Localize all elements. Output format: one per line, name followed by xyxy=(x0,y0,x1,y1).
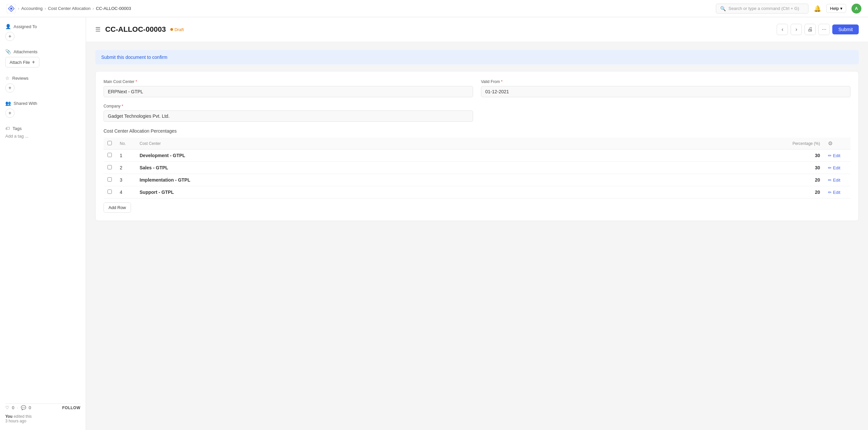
help-button[interactable]: Help ▾ xyxy=(826,4,846,13)
main-cost-center-input[interactable] xyxy=(103,86,473,97)
reviews-section: ☆ Reviews + xyxy=(5,75,81,93)
search-bar[interactable]: 🔍 Search or type a command (Ctrl + G) xyxy=(716,4,808,13)
doc-header: ☰ CC-ALLOC-00003 Draft ‹ › 🖨 ··· Submit xyxy=(86,17,868,42)
row-number: 4 xyxy=(116,186,135,198)
print-button[interactable]: 🖨 xyxy=(805,24,816,35)
row-action: ✏ Edit xyxy=(824,150,850,162)
notification-bell-icon[interactable]: 🔔 xyxy=(814,5,821,12)
required-star-2: * xyxy=(501,80,502,84)
company-group: Company * xyxy=(103,104,473,122)
sidebar-divider xyxy=(5,403,81,404)
add-row-button[interactable]: Add Row xyxy=(103,203,131,213)
row-cost-center: Sales - GTPL xyxy=(135,162,771,174)
main-cost-center-group: Main Cost Center * xyxy=(103,80,473,97)
search-icon: 🔍 xyxy=(720,6,726,11)
form-card: Main Cost Center * Valid From * xyxy=(95,71,859,221)
valid-from-group: Valid From * xyxy=(481,80,850,97)
edit-label: Edit xyxy=(833,165,840,170)
nav-cost-center-allocation[interactable]: Cost Center Allocation xyxy=(48,6,91,11)
edit-row-button[interactable]: ✏ Edit xyxy=(828,165,840,170)
edited-by: You xyxy=(5,414,12,419)
attach-plus-icon: + xyxy=(32,59,35,65)
allocation-table: No. Cost Center Percentage (%) ⚙ xyxy=(103,137,850,198)
pencil-icon: ✏ xyxy=(828,190,832,195)
attach-file-button[interactable]: Attach File + xyxy=(5,57,39,67)
add-tag-link[interactable]: Add a tag ... xyxy=(5,134,81,139)
comment-icon[interactable]: 💬 xyxy=(21,405,26,410)
logo-icon[interactable] xyxy=(7,4,16,13)
row-checkbox[interactable] xyxy=(107,165,112,170)
row-action: ✏ Edit xyxy=(824,162,850,174)
person-icon: 👤 xyxy=(5,24,11,29)
next-button[interactable]: › xyxy=(790,24,802,35)
table-row: 1 Development - GTPL 30 ✏ Edit xyxy=(103,150,850,162)
row-percentage: 20 xyxy=(771,186,824,198)
likes-count: 0 xyxy=(12,405,14,410)
row-checkbox[interactable] xyxy=(107,177,112,182)
valid-from-label: Valid From * xyxy=(481,80,850,84)
nav-right: 🔍 Search or type a command (Ctrl + G) 🔔 … xyxy=(716,4,861,13)
company-label: Company * xyxy=(103,104,473,109)
shared-with-section: 👥 Shared With + xyxy=(5,100,81,118)
required-star-3: * xyxy=(122,104,123,109)
edit-row-button[interactable]: ✏ Edit xyxy=(828,153,840,158)
row-checkbox[interactable] xyxy=(107,189,112,194)
row-percentage: 30 xyxy=(771,162,824,174)
row-checkbox-cell xyxy=(103,162,116,174)
allocation-table-section: Cost Center Allocation Percentages No. C… xyxy=(103,128,850,213)
row-cost-center: Implementation - GTPL xyxy=(135,174,771,186)
row-checkbox-cell xyxy=(103,174,116,186)
nav-accounting[interactable]: Accounting xyxy=(21,6,42,11)
table-header-settings: ⚙ xyxy=(824,137,850,150)
paperclip-icon: 📎 xyxy=(5,49,11,54)
prev-button[interactable]: ‹ xyxy=(777,24,788,35)
sidebar: 👤 Assigned To + 📎 Attachments Attach Fil… xyxy=(0,17,86,430)
row-number: 1 xyxy=(116,150,135,162)
table-row: 3 Implementation - GTPL 20 ✏ Edit xyxy=(103,174,850,186)
assigned-to-section: 👤 Assigned To + xyxy=(5,24,81,41)
info-banner[interactable]: Submit this document to confirm xyxy=(95,50,859,64)
doc-title: CC-ALLOC-00003 xyxy=(105,25,166,34)
row-number: 3 xyxy=(116,174,135,186)
company-input[interactable] xyxy=(103,111,473,122)
table-row: 4 Support - GTPL 20 ✏ Edit xyxy=(103,186,850,198)
add-assigned-button[interactable]: + xyxy=(5,32,14,41)
star-icon: ☆ xyxy=(5,75,9,81)
table-header-cost-center: Cost Center xyxy=(135,137,771,150)
tag-icon: 🏷 xyxy=(5,126,10,131)
edit-row-button[interactable]: ✏ Edit xyxy=(828,190,840,195)
edit-label: Edit xyxy=(833,178,840,183)
edit-label: Edit xyxy=(833,190,840,195)
draft-label: Draft xyxy=(174,27,184,32)
doc-body: Submit this document to confirm Main Cos… xyxy=(86,42,868,229)
settings-icon[interactable]: ⚙ xyxy=(828,141,833,146)
row-action: ✏ Edit xyxy=(824,186,850,198)
follow-button[interactable]: FOLLOW xyxy=(62,405,81,410)
row-percentage: 30 xyxy=(771,150,824,162)
add-shared-button[interactable]: + xyxy=(5,109,14,118)
row-action: ✏ Edit xyxy=(824,174,850,186)
avatar[interactable]: A xyxy=(851,4,861,13)
table-header-no: No. xyxy=(116,137,135,150)
row-cost-center: Development - GTPL xyxy=(135,150,771,162)
edited-action: edited this xyxy=(13,414,32,419)
select-all-checkbox[interactable] xyxy=(107,141,112,145)
heart-icon[interactable]: ♡ xyxy=(5,405,9,410)
row-percentage: 20 xyxy=(771,174,824,186)
edit-row-button[interactable]: ✏ Edit xyxy=(828,178,840,183)
tags-section: 🏷 Tags Add a tag ... xyxy=(5,126,81,139)
like-comment-row: ♡ 0 · 💬 0 FOLLOW xyxy=(5,405,81,410)
table-header-percentage: Percentage (%) xyxy=(771,137,824,150)
help-label: Help xyxy=(830,6,839,11)
nav-current-doc: CC-ALLOC-00003 xyxy=(96,6,131,11)
edit-label: Edit xyxy=(833,153,840,158)
add-review-button[interactable]: + xyxy=(5,83,14,93)
row-checkbox[interactable] xyxy=(107,153,112,157)
pencil-icon: ✏ xyxy=(828,165,832,170)
valid-from-input[interactable] xyxy=(481,86,850,97)
submit-button[interactable]: Submit xyxy=(832,25,859,34)
hamburger-icon[interactable]: ☰ xyxy=(95,26,100,33)
pencil-icon: ✏ xyxy=(828,153,832,158)
more-options-button[interactable]: ··· xyxy=(818,24,830,35)
allocation-table-title: Cost Center Allocation Percentages xyxy=(103,128,850,134)
